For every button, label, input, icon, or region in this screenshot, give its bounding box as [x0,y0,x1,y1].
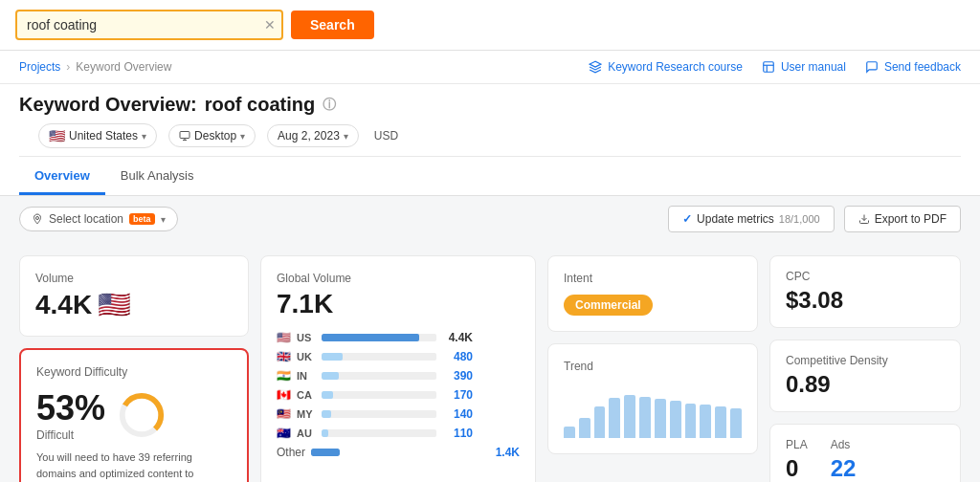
kd-row: 53% Difficult [36,388,232,442]
kd-section: 53% Difficult You will need to have 39 r… [36,388,232,482]
pla-ads-card: PLA 0 Ads 22 [769,424,961,482]
global-volume-card: Global Volume 7.1K 🇺🇸 US 4.4K 🇬🇧 UK 480 … [260,255,536,482]
trend-bar-3 [594,406,606,438]
cards-grid: Volume 4.4K 🇺🇸 Keyword Difficulty 53% Di… [0,242,980,482]
cpc-card: CPC $3.08 [769,255,961,328]
comp-density-label: Competitive Density [786,354,945,367]
send-feedback-link[interactable]: Send feedback [865,60,961,74]
update-count: 18/1,000 [779,213,820,225]
breadcrumb-separator: › [66,60,70,74]
header-links: Keyword Research course User manual Send… [589,60,961,74]
svg-rect-3 [180,132,189,139]
info-icon[interactable]: ⓘ [323,97,336,114]
location-placeholder-text: Select location [49,212,123,226]
country-row-au: 🇦🇺 AU 110 [277,427,520,440]
currency-label: USD [374,129,398,142]
clear-icon[interactable]: ✕ [264,17,276,33]
right-column: CPC $3.08 Competitive Density 0.89 PLA 0… [769,255,961,482]
bar-my [322,410,436,418]
chevron-down-icon: ▾ [240,131,245,142]
trend-label: Trend [564,360,742,373]
toolbar-actions: ✓ Update metrics 18/1,000 Export to PDF [668,206,961,232]
chevron-down-icon: ▾ [344,131,348,142]
intent-label: Intent [564,272,742,285]
cpc-value: $3.08 [786,287,945,314]
competitive-density-card: Competitive Density 0.89 [769,340,961,412]
country-row-my: 🇲🇾 MY 140 [277,407,520,421]
trend-bar-1 [564,427,575,438]
ads-value: 22 [831,455,857,482]
trend-bar-7 [655,399,666,438]
tabs-row: Overview Bulk Analysis [0,157,980,196]
pla-item: PLA 0 [786,438,808,482]
flag-au: 🇦🇺 [277,427,291,440]
page-title-section: Keyword Overview: roof coating ⓘ 🇺🇸 Unit… [0,84,980,157]
cpc-label: CPC [786,270,945,283]
us-flag-volume: 🇺🇸 [98,289,131,320]
tab-overview[interactable]: Overview [19,157,105,195]
search-input-wrapper: ✕ [15,10,283,40]
kd-description: You will need to have 39 referring domai… [36,449,232,482]
global-volume-value: 7.1K [277,289,520,319]
intent-card: Intent Commercial [547,255,758,332]
country-row-us: 🇺🇸 US 4.4K [277,331,520,344]
kd-percent-block: 53% Difficult [36,388,105,442]
checkmark-icon: ✓ [682,212,692,226]
flag-ca: 🇨🇦 [277,388,291,402]
volume-label: Volume [35,272,233,285]
pla-label: PLA [786,438,808,451]
page-title-prefix: Keyword Overview: [19,94,197,116]
country-row-in: 🇮🇳 IN 390 [277,369,520,383]
toolbar: Select location beta ▾ ✓ Update metrics … [0,196,980,242]
bar-ca [322,391,436,399]
us-flag: 🇺🇸 [49,128,65,143]
update-metrics-button[interactable]: ✓ Update metrics 18/1,000 [668,206,835,232]
country-row-uk: 🇬🇧 UK 480 [277,350,520,363]
chevron-down-icon: ▾ [142,131,146,142]
volume-value: 4.4K 🇺🇸 [35,289,233,320]
trend-bar-8 [670,401,681,438]
trend-chart [564,381,742,438]
flag-my: 🇲🇾 [277,407,291,421]
kd-donut-chart [117,390,167,440]
kd-percent-value: 53% [36,388,105,428]
svg-point-6 [36,217,39,220]
header-nav: Projects › Keyword Overview Keyword Rese… [0,51,980,84]
breadcrumb-current: Keyword Overview [76,60,171,74]
tab-bulk-analysis[interactable]: Bulk Analysis [105,157,210,195]
filters-row: 🇺🇸 United States ▾ Desktop ▾ Aug 2, 2023… [19,116,961,157]
search-bar: ✕ Search [0,0,980,51]
chevron-down-icon: ▾ [161,214,166,225]
bar-in [322,372,436,380]
trend-bar-9 [685,404,697,438]
volume-card: Volume 4.4K 🇺🇸 [19,255,249,337]
device-filter[interactable]: Desktop ▾ [168,124,256,147]
kd-label: Keyword Difficulty [36,365,232,379]
page-title: Keyword Overview: roof coating ⓘ [19,94,961,116]
pla-value: 0 [786,455,808,482]
ads-item: Ads 22 [831,438,857,482]
svg-rect-0 [764,62,774,73]
country-filter[interactable]: 🇺🇸 United States ▾ [38,123,157,148]
beta-badge: beta [129,213,155,225]
search-input[interactable] [15,10,283,40]
date-filter[interactable]: Aug 2, 2023 ▾ [267,124,359,147]
pla-ads-row: PLA 0 Ads 22 [786,438,945,482]
country-list: 🇺🇸 US 4.4K 🇬🇧 UK 480 🇮🇳 IN 390 🇨🇦 CA [277,331,520,459]
keyword-course-link[interactable]: Keyword Research course [589,60,743,74]
trend-bar-2 [579,418,590,438]
search-button[interactable]: Search [291,11,374,39]
intent-badge: Commercial [564,295,653,316]
kd-rating: Difficult [36,428,105,442]
trend-card: Trend [547,343,758,454]
user-manual-link[interactable]: User manual [762,60,846,74]
trend-bar-12 [730,408,742,438]
location-selector[interactable]: Select location beta ▾ [19,207,178,231]
breadcrumb-projects[interactable]: Projects [19,60,60,74]
bar-us [322,334,436,341]
export-pdf-button[interactable]: Export to PDF [844,206,961,232]
trend-bar-10 [700,405,711,438]
intent-trend-column: Intent Commercial Trend [547,255,758,482]
flag-us: 🇺🇸 [277,331,291,344]
page-title-keyword: roof coating [205,94,316,116]
